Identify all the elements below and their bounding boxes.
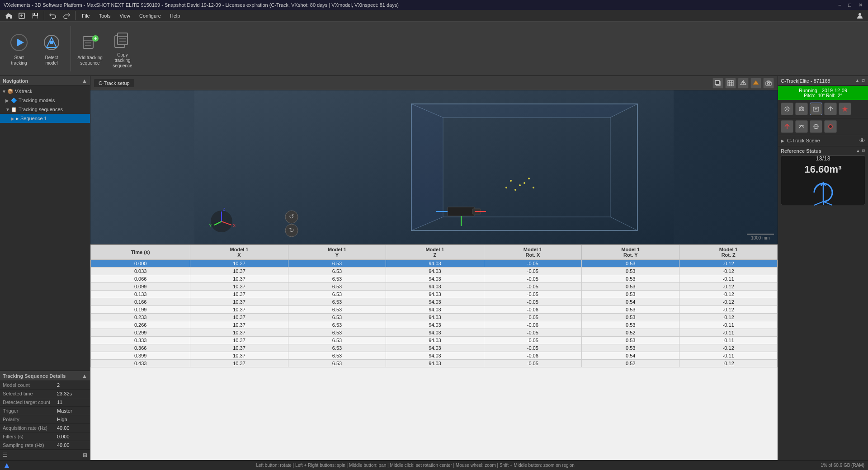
ctrack-tool-settings[interactable]: [781, 103, 793, 115]
table-row[interactable]: 0.26610.376.5394.03-0.060.53-0.11: [91, 321, 778, 329]
vp-tool-grid-icon[interactable]: [725, 78, 736, 89]
svg-line-84: [823, 202, 832, 205]
tree-item-tracking-sequences[interactable]: ▼ 📋 Tracking sequences: [0, 105, 90, 114]
copy-tracking-sequence-label: Copy tracking sequence: [109, 52, 136, 69]
window-controls[interactable]: − □ ✕: [836, 2, 864, 8]
tools-menu[interactable]: Tools: [95, 12, 115, 20]
new-icon[interactable]: [15, 11, 28, 21]
table-row[interactable]: 0.03310.376.5394.03-0.050.53-0.12: [91, 268, 778, 275]
menu-separator-2: [75, 11, 75, 20]
home-icon[interactable]: [2, 11, 14, 21]
table-cell: -0.12: [679, 283, 778, 291]
redo-icon[interactable]: [60, 11, 73, 21]
list-view-button[interactable]: ☰: [3, 452, 8, 458]
detect-model-button[interactable]: Detect model: [36, 24, 67, 73]
table-cell: 94.03: [386, 268, 484, 275]
table-cell: -0.06: [484, 352, 581, 360]
navigation-collapse-button[interactable]: ▲: [82, 78, 87, 84]
details-collapse-button[interactable]: ▲: [82, 373, 87, 379]
scene-visibility-toggle[interactable]: 👁: [859, 137, 865, 144]
detail-view-button[interactable]: ⊞: [83, 452, 87, 458]
ctrack-tool-red-arrow[interactable]: [781, 120, 793, 133]
tree-item-vxtrack[interactable]: ▼ 📦 VXtrack: [0, 87, 90, 96]
close-button[interactable]: ✕: [857, 2, 864, 8]
th-model1-rotx-sub: Rot. X: [488, 252, 578, 258]
maximize-button[interactable]: □: [846, 2, 853, 8]
minimize-button[interactable]: −: [836, 2, 843, 8]
table-cell: -0.11: [679, 329, 778, 337]
table-row[interactable]: 0.09910.376.5394.03-0.050.53-0.12: [91, 283, 778, 291]
vp-tool-wireframe-icon[interactable]: [738, 78, 749, 89]
ctrack-header-controls: ▲ ⧉: [855, 78, 865, 84]
ctrack-tool-star[interactable]: [839, 103, 851, 115]
table-header-row: Time (s) Model 1 X Model 1 Y: [91, 245, 778, 260]
table-row[interactable]: 0.39910.376.5394.03-0.060.54-0.11: [91, 352, 778, 360]
svg-point-56: [505, 187, 507, 188]
svg-point-35: [770, 82, 771, 83]
table-row[interactable]: 0.19910.376.5394.03-0.060.53-0.12: [91, 306, 778, 314]
th-model1-rotz: Model 1 Rot. Z: [679, 245, 778, 260]
detail-label-detected-target: Detected target count: [3, 400, 57, 405]
configure-menu[interactable]: Configure: [135, 12, 165, 20]
ctrack-setup-tab[interactable]: C-Track setup: [94, 79, 134, 87]
view-menu[interactable]: View: [115, 12, 134, 20]
rotate-ccw-button[interactable]: ↺: [285, 211, 298, 223]
ctrack-tool-sphere[interactable]: [810, 120, 822, 133]
table-row[interactable]: 0.33310.376.5394.03-0.050.53-0.11: [91, 337, 778, 344]
svg-point-52: [528, 178, 530, 179]
table-row[interactable]: 0.43310.376.5394.03-0.050.52-0.12: [91, 360, 778, 367]
ctrack-tool-arrow[interactable]: [824, 103, 837, 115]
3d-viewport[interactable]: X Y Z ↺ ↻: [90, 90, 778, 244]
table-row[interactable]: 0.13310.376.5394.03-0.050.53-0.12: [91, 291, 778, 298]
file-menu[interactable]: File: [78, 12, 94, 20]
table-cell: 6.53: [288, 283, 386, 291]
ctrack-tool-lines[interactable]: [795, 120, 808, 133]
detail-value-filters: 0.000: [57, 434, 70, 439]
ctrack-tools-row-1: [778, 100, 868, 118]
table-row[interactable]: 0.06610.376.5394.03-0.050.53-0.11: [91, 275, 778, 283]
add-tracking-sequence-button[interactable]: + Add tracking sequence: [75, 24, 105, 73]
start-tracking-button[interactable]: Start tracking: [4, 24, 34, 73]
detail-value-acq-rate: 40.00: [57, 425, 70, 431]
table-cell: 6.53: [288, 360, 386, 367]
table-cell: 6.53: [288, 298, 386, 306]
svg-rect-4: [33, 16, 38, 19]
table-cell: 6.53: [288, 291, 386, 298]
undo-icon[interactable]: [47, 11, 59, 21]
rotate-cw-button[interactable]: ↻: [285, 224, 298, 237]
ref-status-detach[interactable]: ⧉: [862, 148, 865, 154]
details-title: Tracking Sequence Details: [3, 373, 66, 379]
table-row[interactable]: 0.29910.376.5394.03-0.050.52-0.11: [91, 329, 778, 337]
ctrack-tool-camera[interactable]: [795, 103, 808, 115]
copy-tracking-sequence-button[interactable]: Copy tracking sequence: [107, 24, 138, 73]
svg-point-54: [524, 182, 525, 184]
data-table-scroll[interactable]: Time (s) Model 1 X Model 1 Y: [90, 244, 778, 460]
vp-tool-cube-icon[interactable]: [712, 78, 723, 89]
table-cell: 94.03: [386, 344, 484, 352]
ctrack-collapse-button[interactable]: ▲: [855, 78, 860, 84]
table-row[interactable]: 0.16610.376.5394.03-0.050.54-0.12: [91, 298, 778, 306]
svg-text:Z: Z: [223, 207, 226, 212]
ctrack-tool-active[interactable]: [810, 103, 822, 115]
table-row[interactable]: 0.36610.376.5394.03-0.050.53-0.12: [91, 344, 778, 352]
reference-status-header: Reference Status ▲ ⧉: [781, 148, 865, 154]
ctrack-tool-ring[interactable]: [824, 120, 837, 133]
tree-item-sequence-1[interactable]: ▶ ▸ Sequence 1: [0, 114, 90, 123]
table-cell: 0.53: [582, 314, 679, 321]
reference-status-title: Reference Status: [781, 148, 821, 154]
help-menu[interactable]: Help: [166, 12, 184, 20]
detail-value-polarity: High: [57, 417, 67, 422]
scene-expand-arrow[interactable]: ▶: [781, 138, 784, 143]
ref-status-expand[interactable]: ▲: [856, 148, 860, 154]
save-icon[interactable]: [29, 11, 42, 21]
table-row[interactable]: 0.23310.376.5394.03-0.050.53-0.12: [91, 314, 778, 321]
tree-item-tracking-models[interactable]: ▶ 🔷 Tracking models: [0, 96, 90, 105]
vp-tool-surface-icon[interactable]: [750, 78, 761, 89]
vp-tool-camera-icon[interactable]: [763, 78, 774, 89]
svg-point-53: [514, 189, 516, 191]
user-icon[interactable]: [854, 11, 866, 21]
scale-label: 1000 mm: [751, 235, 770, 240]
table-row[interactable]: 0.00010.376.5394.03-0.050.53-0.12: [91, 260, 778, 268]
reference-size: 16.60m³: [805, 164, 842, 175]
ctrack-detach-button[interactable]: ⧉: [862, 78, 865, 84]
